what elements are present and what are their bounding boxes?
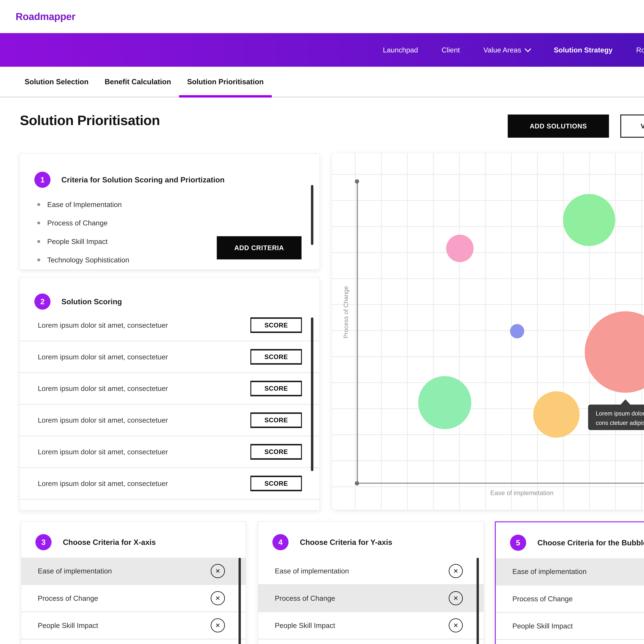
x-axis-panel-title: Choose Criteria for X-axis: [63, 538, 156, 546]
bubble-width-option-technology-sophistication[interactable]: Technology Sophistication ✕: [496, 640, 644, 644]
x-axis-option-people-skill-impact[interactable]: People Skill Impact ✕: [21, 612, 246, 639]
remove-icon[interactable]: ✕: [211, 618, 225, 632]
remove-icon[interactable]: ✕: [449, 564, 463, 578]
app-bar: Roadmapper: [0, 0, 644, 33]
bubble-green-top[interactable]: [563, 194, 615, 246]
remove-icon[interactable]: ✕: [211, 591, 225, 605]
bubble-plot: Process of Change Ease of implemetation …: [332, 153, 644, 510]
score-button[interactable]: SCORE: [250, 444, 302, 460]
criteria-panel-header: 1 Criteria for Solution Scoring and Prio…: [20, 154, 320, 188]
bubble-width-option-people-skill-impact[interactable]: People Skill Impact ✕: [496, 613, 644, 640]
remove-icon[interactable]: ✕: [211, 564, 225, 578]
solution-scoring-header: 2 Solution Scoring: [20, 278, 320, 310]
score-row: Lorem ipsum dolor sit amet, consectetuer…: [20, 405, 320, 437]
x-axis-option-technology-sophistication[interactable]: Technology Sophistication ✕: [21, 639, 246, 644]
y-axis-panel-scrollbar[interactable]: [477, 558, 479, 644]
solution-scoring-panel: 2 Solution Scoring Lorem ipsum dolor sit…: [19, 277, 320, 511]
score-row: Lorem ipsum dolor sit amet, consectetuer…: [20, 468, 320, 500]
score-row: Lorem ipsum dolor sit amet, consectetuer…: [20, 310, 320, 341]
bubble-tooltip: Lorem ipsum dolor sit amet, cons ctetuer…: [588, 405, 644, 430]
bubble-width-option-ease-of-implementation[interactable]: Ease of implementation ✕: [496, 558, 644, 585]
view-solutions-button[interactable]: VIEW SOLUTIONS: [620, 115, 644, 138]
bubble-chart-card: Process of Change Ease of implemetation …: [332, 153, 644, 510]
score-row: Lorem ipsum dolor sit amet, consectetuer…: [20, 373, 320, 405]
criteria-panel: 1 Criteria for Solution Scoring and Prio…: [19, 153, 320, 270]
bubble-width-option-process-of-change[interactable]: Process of Change ✕: [496, 586, 644, 613]
tooltip-line-1: Lorem ipsum dolor sit amet,: [596, 409, 644, 418]
score-row: Lorem ipsum dolor sit amet, consectetuer…: [20, 341, 320, 373]
y-axis: [357, 181, 358, 484]
score-button[interactable]: SCORE: [250, 317, 302, 333]
brand-logo[interactable]: Roadmapper: [16, 11, 75, 22]
bubble-width-panel-header: 5 Choose Criteria for the Bubble Width: [496, 522, 644, 558]
bullet-icon: [37, 203, 40, 206]
x-axis-criteria-panel: 3 Choose Criteria for X-axis Ease of imp…: [21, 521, 246, 644]
remove-icon[interactable]: ✕: [449, 591, 463, 605]
bubble-blue-small[interactable]: [510, 324, 524, 338]
y-axis-end-dot: [355, 179, 359, 184]
score-button[interactable]: SCORE: [250, 349, 302, 365]
main-nav: Launchpad Client Value Areas Solution St…: [0, 33, 644, 67]
remove-icon[interactable]: ✕: [449, 618, 463, 632]
page-title: Solution Prioritisation: [20, 113, 160, 128]
nav-item-launchpad[interactable]: Launchpad: [383, 46, 418, 54]
tab-benefit-calculation[interactable]: Benefit Calculation: [97, 67, 179, 97]
bullet-icon: [37, 222, 40, 224]
x-axis: [357, 483, 644, 484]
score-button[interactable]: SCORE: [250, 412, 302, 428]
criteria-item: Ease of Implementation: [20, 195, 320, 214]
add-solutions-button[interactable]: ADD SOLUTIONS: [508, 115, 609, 138]
x-axis-label: Ease of implemetation: [490, 489, 554, 497]
tab-solution-prioritisation[interactable]: Solution Prioritisation: [179, 67, 272, 97]
x-axis-option-process-of-change[interactable]: Process of Change ✕: [21, 585, 246, 612]
bubble-orange[interactable]: [533, 391, 580, 438]
step-2-badge: 2: [34, 294, 50, 310]
add-criteria-button[interactable]: ADD CRITERIA: [217, 236, 302, 259]
score-button[interactable]: SCORE: [250, 381, 302, 396]
x-axis-panel-scrollbar[interactable]: [239, 558, 241, 644]
nav-item-solution-strategy[interactable]: Solution Strategy: [554, 46, 613, 54]
solution-scoring-title: Solution Scoring: [61, 297, 122, 306]
bubble-width-criteria-panel: 5 Choose Criteria for the Bubble Width E…: [495, 521, 644, 644]
criteria-scrollbar[interactable]: [311, 185, 313, 245]
score-button[interactable]: SCORE: [250, 476, 302, 491]
y-axis-option-people-skill-impact[interactable]: People Skill Impact ✕: [258, 612, 484, 639]
bubble-width-panel-title: Choose Criteria for the Bubble Width: [537, 538, 644, 547]
y-axis-option-process-of-change[interactable]: Process of Change ✕: [258, 585, 484, 612]
score-scrollbar[interactable]: [311, 317, 313, 471]
y-axis-panel-title: Choose Criteria for Y-axis: [300, 538, 392, 546]
x-axis-panel-header: 3 Choose Criteria for X-axis: [21, 522, 246, 558]
bubble-pink[interactable]: [446, 235, 474, 262]
page: Roadmapper Launchpad Client Value Areas …: [0, 0, 644, 644]
bubble-red-large[interactable]: [585, 311, 644, 393]
criteria-item: Process of Change: [20, 214, 320, 232]
bullet-icon: [37, 240, 40, 243]
tooltip-line-2: cons ctetuer adipiscing elit: [596, 418, 644, 428]
origin-dot: [355, 481, 359, 485]
y-axis-option-ease-of-implementation[interactable]: Ease of implementation ✕: [258, 558, 484, 585]
step-5-badge: 5: [510, 535, 526, 551]
nav-item-roadmap[interactable]: Roadmap: [636, 46, 644, 54]
y-axis-panel-header: 4 Choose Criteria for Y-axis: [258, 522, 484, 558]
sub-nav: Solution Selection Benefit Calculation S…: [0, 67, 644, 98]
score-list: Lorem ipsum dolor sit amet, consectetuer…: [20, 310, 320, 500]
step-3-badge: 3: [35, 534, 52, 550]
bullet-icon: [37, 259, 40, 261]
y-axis-criteria-panel: 4 Choose Criteria for Y-axis Ease of imp…: [258, 521, 484, 644]
nav-item-value-areas[interactable]: Value Areas: [484, 46, 530, 54]
y-axis-option-technology-sophistication[interactable]: Technology Sophistication ✕: [258, 639, 484, 644]
step-1-badge: 1: [34, 172, 50, 188]
score-row: Lorem ipsum dolor sit amet, consectetuer…: [20, 437, 320, 468]
bubble-green-bottom[interactable]: [418, 376, 471, 429]
criteria-panel-title: Criteria for Solution Scoring and Priort…: [61, 175, 225, 184]
x-axis-option-ease-of-implementation[interactable]: Ease of implementation ✕: [21, 558, 246, 585]
chevron-down-icon: [524, 46, 531, 52]
nav-item-client[interactable]: Client: [442, 46, 460, 54]
y-axis-label: Process of Change: [342, 286, 349, 338]
tab-solution-selection[interactable]: Solution Selection: [17, 67, 97, 97]
step-4-badge: 4: [272, 534, 289, 550]
